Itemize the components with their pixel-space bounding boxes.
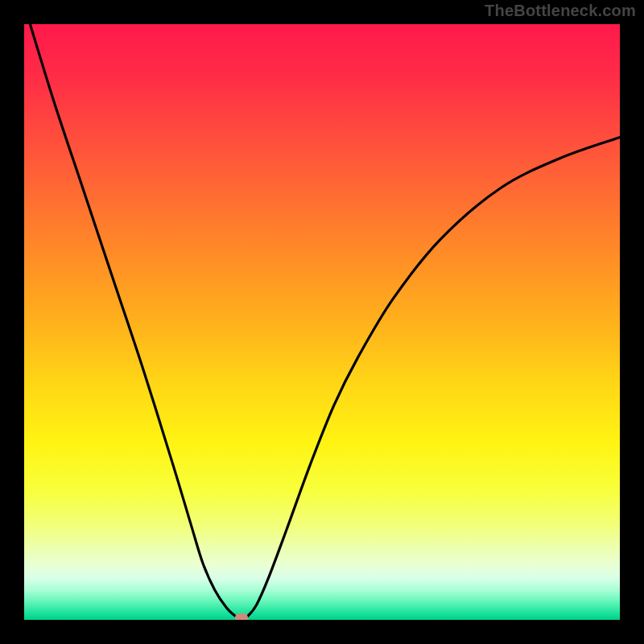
bottleneck-curve — [30, 24, 620, 619]
watermark-text: TheBottleneck.com — [485, 2, 636, 20]
curve-layer — [24, 24, 620, 620]
chart-frame: TheBottleneck.com — [0, 0, 644, 644]
plot-area — [24, 24, 620, 620]
optimal-point-marker — [235, 613, 248, 620]
